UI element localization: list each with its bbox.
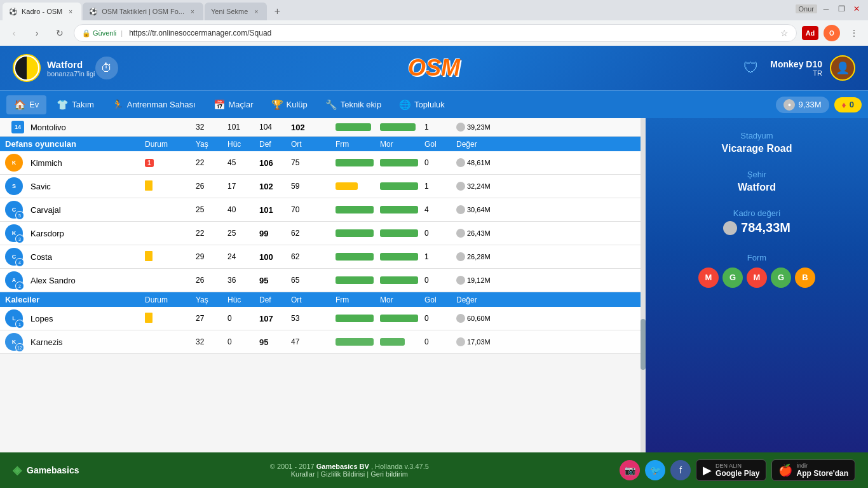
footer-link-kurallar[interactable]: Kurallar — [291, 470, 315, 478]
nav-bar: 🏠 Ev 👕 Takım 🏃 Antrenman Sahası 📅 Maçlar… — [0, 90, 868, 118]
apple-icon: 🍎 — [778, 463, 792, 477]
forward-button[interactable]: › — [28, 24, 46, 42]
player-row-karsdorp[interactable]: K 3 Karsdorp 22 25 99 62 0 26,43M — [0, 222, 646, 245]
menu-button[interactable]: ⋮ — [845, 24, 863, 42]
tab-close-btn2[interactable]: × — [188, 7, 197, 16]
player-def-costa: 100 — [259, 252, 291, 262]
player-status-kimmich: 1 — [145, 158, 196, 167]
google-play-badge[interactable]: ▶ DEN ALIN Google Play — [696, 459, 766, 481]
player-status-lopes — [145, 313, 196, 325]
tab-close-btn[interactable]: × — [66, 7, 75, 16]
user-profile[interactable]: Onur — [796, 4, 817, 13]
restore-button[interactable]: ❐ — [835, 3, 848, 15]
player-mor-savic — [380, 182, 424, 190]
tab-osm-taktikleri[interactable]: ⚽ OSM Taktikleri | OSM Fo... × — [83, 3, 203, 20]
app-store-top: İndir — [796, 463, 848, 469]
minimize-button[interactable]: ─ — [820, 3, 832, 15]
player-def-karnezis: 95 — [259, 337, 291, 347]
facebook-button[interactable]: f — [670, 460, 691, 480]
scrollbar-thumb[interactable] — [641, 319, 646, 370]
player-huc-karnezis: 0 — [227, 337, 259, 346]
player-gol-karnezis: 0 — [424, 337, 456, 346]
player-name-carvajal: Carvajal — [31, 205, 145, 215]
address-box[interactable]: 🔒 Güvenli | https://tr.onlinesoccermanag… — [74, 24, 797, 42]
nav-teknik[interactable]: 🔧 Teknik ekip — [318, 95, 389, 114]
player-row-carvajal[interactable]: C 5 Carvajal 25 40 101 70 4 30,64M — [0, 198, 646, 222]
nav-maclar[interactable]: 📅 Maçlar — [206, 95, 261, 114]
player-row-costa[interactable]: C 4 Costa 29 24 100 62 1 26,28M — [0, 245, 646, 269]
team-badge-inner — [15, 57, 38, 79]
player-avatar-karnezis: K 12 — [5, 333, 31, 351]
col-gol: Gol — [424, 140, 456, 149]
footer-country: , Hollanda v.3.47.5 — [371, 463, 429, 470]
player-mor-karnezis — [380, 338, 424, 346]
staff-icon: 🔧 — [325, 99, 337, 111]
form-section: Form M G M G B — [658, 253, 855, 288]
bookmark-icon[interactable]: ☆ — [780, 28, 789, 38]
nav-kulup[interactable]: 🏆 Kulüp — [264, 95, 315, 114]
tab-label: Kadro - OSM — [22, 8, 62, 15]
close-button[interactable]: ✕ — [850, 3, 863, 15]
scrollbar-track[interactable] — [641, 118, 646, 452]
player-row-alexsandro[interactable]: A 2 Alex Sandro 26 36 95 65 0 19,12M — [0, 269, 646, 292]
nav-kulup-label: Kulüp — [287, 100, 308, 109]
twitter-button[interactable]: 🐦 — [645, 460, 665, 480]
form-circle-2: G — [722, 268, 743, 288]
player-frm-karnezis — [336, 338, 380, 346]
home-icon: 🏠 — [14, 99, 26, 111]
osm-logo: OSM — [408, 55, 460, 81]
back-button[interactable]: ‹ — [5, 24, 23, 42]
silver-coin-icon: ● — [783, 99, 795, 111]
player-row-montolivo[interactable]: 14 Montolivo 32 101 104 102 1 39,23M — [0, 118, 646, 137]
tab-close-btn3[interactable]: × — [252, 7, 261, 16]
player-deger-savic: 32,24M — [456, 182, 513, 191]
player-name-karsdorp: Karsdorp — [31, 229, 145, 238]
stadium-section: Stadyum Vicarage Road — [658, 131, 855, 154]
col-ort: Ort — [291, 140, 336, 149]
nav-topluluk[interactable]: 🌐 Topluluk — [391, 95, 452, 114]
tab-label2: OSM Taktikleri | OSM Fo... — [102, 8, 184, 15]
app-store-text: İndir App Store'dan — [796, 463, 848, 478]
player-ort-costa: 62 — [291, 252, 336, 261]
tab-kadro[interactable]: ⚽ Kadro - OSM × — [3, 3, 81, 20]
chrome-user-avatar[interactable]: O — [824, 25, 840, 41]
player-def-alexsandro: 95 — [259, 276, 291, 285]
instagram-button[interactable]: 📷 — [620, 460, 640, 480]
app-store-badge[interactable]: 🍎 İndir App Store'dan — [771, 459, 855, 481]
new-tab-button[interactable]: + — [268, 3, 286, 20]
player-number-cell: 14 — [5, 121, 31, 133]
nav-takim[interactable]: 👕 Takım — [49, 95, 102, 114]
coins-value: 9,33M — [798, 100, 821, 109]
footer-link-gizlilik[interactable]: Gizlilik Bildirisi — [321, 470, 365, 478]
player-deger-val-karsdorp: 26,43M — [467, 229, 491, 237]
player-avatar-kimmich: K — [5, 154, 31, 172]
clock-icon[interactable]: ⏱ — [95, 57, 118, 79]
footer: ◈ Gamebasics © 2001 - 2017 Gamebasics BV… — [0, 452, 868, 488]
squad-table[interactable]: 14 Montolivo 32 101 104 102 1 39,23M — [0, 118, 646, 452]
extensions-button[interactable]: Ad — [802, 26, 818, 40]
player-row-savic[interactable]: S Savic 26 17 102 59 1 32,24M — [0, 175, 646, 198]
tab-yeni-sekme[interactable]: Yeni Sekme × — [205, 3, 267, 20]
club-icon: 🏆 — [271, 99, 283, 111]
player-huc-carvajal: 40 — [227, 205, 259, 214]
player-name-savic: Savic — [31, 182, 145, 191]
player-avatar-lopes: L 1 — [5, 309, 31, 327]
footer-link-geri[interactable]: Geri bildirim — [370, 470, 408, 478]
player-avatar-karsdorp: K 3 — [5, 224, 31, 242]
player-huc-lopes: 0 — [227, 314, 259, 323]
player-row-karnezis[interactable]: K 12 Karnezis 32 0 95 47 0 17,03M — [0, 330, 646, 354]
player-name-kimmich: Kimmich — [31, 158, 145, 168]
nav-ev[interactable]: 🏠 Ev — [6, 95, 46, 114]
player-deger-kimmich: 48,61M — [456, 158, 513, 167]
player-row-lopes[interactable]: L 1 Lopes 27 0 107 53 0 60,60M — [0, 307, 646, 330]
footer-social: 📷 🐦 f ▶ DEN ALIN Google Play 🍎 İndir App… — [620, 459, 855, 481]
player-row-kimmich[interactable]: K Kimmich 1 22 45 106 75 0 48,61M — [0, 151, 646, 175]
nav-antrenman[interactable]: 🏃 Antrenman Sahası — [104, 95, 203, 114]
player-deger-val-alexsandro: 19,12M — [467, 276, 491, 284]
player-frm-kimmich — [336, 159, 380, 166]
form-circles: M G M G B — [658, 268, 855, 288]
player-yas: 32 — [196, 123, 227, 132]
refresh-button[interactable]: ↻ — [51, 24, 69, 42]
lock-icon: 🔒 — [82, 29, 91, 37]
gamebasics-name: Gamebasics — [27, 465, 79, 475]
